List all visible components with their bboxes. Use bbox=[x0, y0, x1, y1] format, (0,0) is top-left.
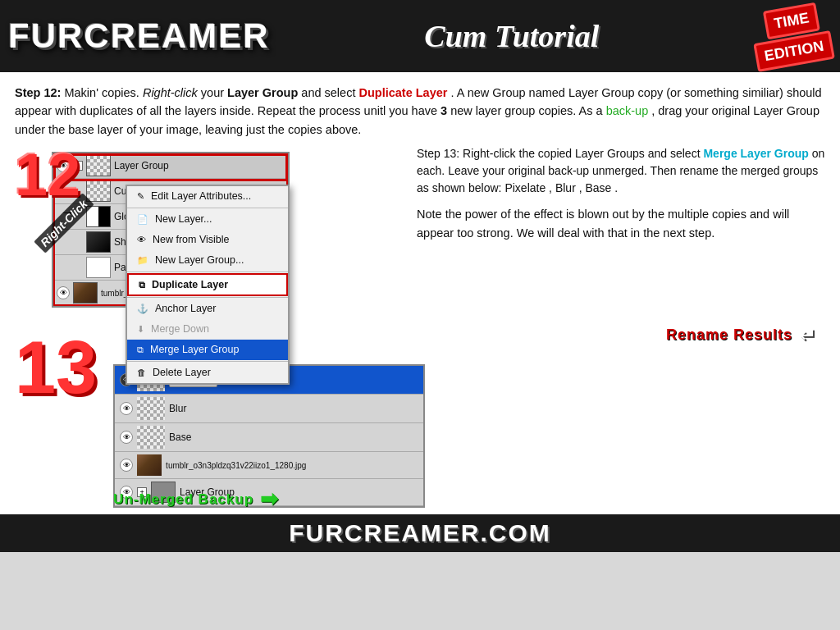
step13-note2: Note the power of the effect is blown ou… bbox=[417, 205, 825, 242]
new-layer-icon: 📄 bbox=[137, 214, 148, 225]
context-menu: ✎ Edit Layer Attributes... 📄 New Layer..… bbox=[126, 185, 290, 385]
delete-icon: 🗑 bbox=[137, 368, 146, 377]
rename-row-blur[interactable]: 👁 Blur bbox=[115, 395, 423, 423]
menu-edit-attrs[interactable]: ✎ Edit Layer Attributes... bbox=[127, 186, 288, 207]
eye-icon-photo[interactable]: 👁 bbox=[57, 286, 70, 299]
menu-duplicate[interactable]: ⧉ Duplicate Layer bbox=[127, 273, 288, 296]
un-merged-text: Un-Merged Backup bbox=[113, 491, 253, 508]
col-left: 12 Right-Click → 👁 - Layer Group bbox=[15, 145, 409, 308]
step13-text-1: the copied Layer Groups and select bbox=[519, 147, 704, 160]
menu-new-layer-group[interactable]: 📁 New Layer Group... bbox=[127, 250, 288, 271]
step12-backup: back-up bbox=[606, 104, 649, 117]
rename-results-label: Rename Results bbox=[666, 326, 792, 344]
menu-sep-4 bbox=[127, 361, 288, 362]
step12-text-5: new layer group copies. As a bbox=[450, 104, 605, 117]
menu-new-layer-label: New Layer... bbox=[155, 213, 212, 225]
step13-label: Step 13: bbox=[417, 147, 459, 160]
layername-group: Layer Group bbox=[114, 160, 169, 171]
step12-text: Step 12: Makin' copies. Right-click your… bbox=[15, 84, 825, 139]
col-right: Step 13: Right-click the copied Layer Gr… bbox=[417, 145, 825, 308]
menu-edit-attrs-label: Edit Layer Attributes... bbox=[151, 190, 251, 202]
page-container: FURCREAMER Cum Tutorial TIME EDITION Ste… bbox=[0, 0, 840, 630]
thumb-group bbox=[86, 155, 111, 176]
menu-merge-down-label: Merge Down bbox=[151, 323, 209, 335]
eye-icon-base[interactable]: 👁 bbox=[120, 431, 133, 444]
step13-base: Base bbox=[585, 181, 611, 194]
step12-text-3: and select bbox=[301, 86, 358, 99]
menu-anchor[interactable]: ⚓ Anchor Layer bbox=[127, 299, 288, 319]
step13-rightclick: Right-click bbox=[463, 147, 516, 160]
menu-sep-1 bbox=[127, 208, 288, 208]
step12-rightclick: Right-click bbox=[143, 86, 198, 99]
footer: FURCREAMER.COM bbox=[0, 514, 840, 552]
anchor-icon: ⚓ bbox=[137, 304, 148, 314]
rename-row-photo2[interactable]: 👁 tumblr_o3n3pldzq31v22iizo1_1280.jpg bbox=[115, 452, 423, 479]
layername-photo2: tumblr_o3n3pldzq31v22iizo1_1280.jpg bbox=[166, 461, 306, 470]
step12-number: 12 bbox=[15, 145, 80, 204]
menu-merge-layer-group-label: Merge Layer Group bbox=[150, 344, 239, 355]
step13-number: 13 bbox=[15, 331, 97, 404]
curved-arrow-icon: ↵ bbox=[799, 322, 817, 348]
two-col-section: 12 Right-Click → 👁 - Layer Group bbox=[15, 145, 825, 308]
thumb-shadow bbox=[86, 231, 111, 253]
menu-delete-label: Delete Layer bbox=[153, 367, 211, 378]
step13-note: Step 13: Right-click the copied Layer Gr… bbox=[417, 145, 825, 197]
step12-text-1: Makin' copies. bbox=[64, 86, 142, 99]
edit-icon: ✎ bbox=[137, 191, 144, 202]
layername-base: Base bbox=[169, 431, 191, 443]
step13-comma1: , bbox=[549, 181, 555, 194]
step13-blur: Blur bbox=[555, 181, 576, 194]
menu-merge-layer-group[interactable]: ⧉ Merge Layer Group bbox=[127, 340, 288, 360]
un-merged-label: Un-Merged Backup ➡ bbox=[113, 486, 279, 512]
thumb-pasted bbox=[86, 257, 111, 278]
thumb-base bbox=[137, 426, 165, 449]
menu-merge-down[interactable]: ⬇ Merge Down bbox=[127, 319, 288, 340]
step13-note2-text: Note the power of the effect is blown ou… bbox=[417, 208, 789, 239]
thumb-cum1 bbox=[86, 180, 111, 202]
eye-icon-blur[interactable]: 👁 bbox=[120, 402, 133, 415]
menu-new-layer-group-label: New Layer Group... bbox=[155, 254, 244, 266]
right-click-arrow: → bbox=[60, 204, 75, 221]
main-content: Step 12: Makin' copies. Right-click your… bbox=[0, 72, 840, 316]
step12-text-2: your bbox=[201, 86, 227, 99]
step13-period: . bbox=[614, 181, 618, 194]
arrow-right-icon: ➡ bbox=[260, 486, 279, 512]
merge-group-icon: ⧉ bbox=[137, 345, 144, 355]
layer-row-group[interactable]: 👁 - Layer Group bbox=[53, 153, 288, 179]
thumb-photo2 bbox=[137, 454, 162, 476]
thumb-photo bbox=[73, 282, 98, 304]
step12-layergroup: Layer Group bbox=[227, 86, 298, 99]
step12-three: 3 bbox=[441, 104, 447, 117]
menu-new-layer[interactable]: 📄 New Layer... bbox=[127, 209, 288, 230]
menu-anchor-label: Anchor Layer bbox=[155, 303, 216, 314]
header-badge-line2: EDITION bbox=[753, 30, 835, 72]
menu-delete[interactable]: 🗑 Delete Layer bbox=[127, 363, 288, 383]
rename-row-base[interactable]: 👁 Base bbox=[115, 423, 423, 452]
header-title-center: Cum Tutorial bbox=[424, 18, 599, 54]
eye-icon-photo2[interactable]: 👁 bbox=[120, 459, 133, 472]
visible-icon: 👁 bbox=[137, 235, 146, 244]
header: FURCREAMER Cum Tutorial TIME EDITION bbox=[0, 0, 840, 72]
merge-down-icon: ⬇ bbox=[137, 324, 144, 335]
menu-new-from-visible-label: New from Visible bbox=[153, 234, 230, 245]
step13-merge: Merge Layer Group bbox=[703, 147, 808, 160]
menu-duplicate-label: Duplicate Layer bbox=[152, 279, 228, 290]
layername-blur: Blur bbox=[169, 403, 186, 414]
step12-duplicate: Duplicate Layer bbox=[358, 86, 447, 99]
duplicate-icon: ⧉ bbox=[139, 280, 145, 290]
step12-label: Step 12: bbox=[15, 86, 61, 99]
footer-title: FURCREAMER.COM bbox=[289, 519, 551, 547]
folder-icon: 📁 bbox=[137, 255, 148, 266]
menu-sep-2 bbox=[127, 272, 288, 272]
step13-pixelate: Pixelate bbox=[504, 181, 546, 194]
thumb-gloss bbox=[86, 206, 111, 227]
header-title-left: FURCREAMER bbox=[8, 16, 270, 56]
menu-sep-3 bbox=[127, 297, 288, 298]
menu-new-from-visible[interactable]: 👁 New from Visible bbox=[127, 230, 288, 250]
thumb-blur bbox=[137, 397, 165, 420]
